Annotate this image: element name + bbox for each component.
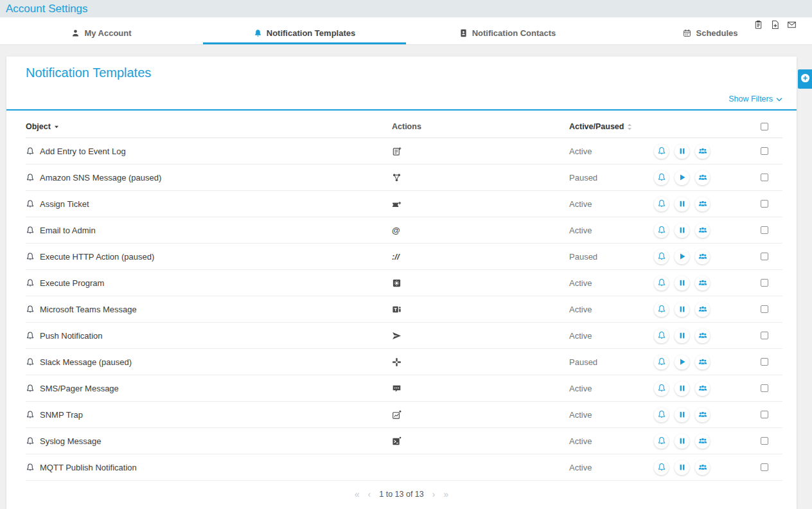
template-name[interactable]: Amazon SNS Message (paused) [40, 173, 161, 183]
test-notification-button[interactable] [654, 249, 669, 264]
contact-card-icon [459, 29, 468, 37]
notification-bell-icon [26, 173, 35, 183]
test-notification-button[interactable] [654, 170, 669, 185]
slack-icon [392, 357, 402, 367]
test-notification-button[interactable] [654, 197, 669, 211]
last-page-icon[interactable]: » [443, 489, 448, 499]
prev-page-icon[interactable]: ‹ [368, 489, 371, 499]
row-checkbox[interactable] [761, 226, 768, 234]
at-sign-icon: @ [392, 226, 400, 235]
template-name[interactable]: SMS/Pager Message [40, 384, 119, 393]
row-checkbox[interactable] [761, 463, 768, 471]
pause-button[interactable] [675, 381, 689, 396]
status-text: Active [569, 410, 654, 420]
used-by-button[interactable] [695, 276, 710, 290]
pause-button[interactable] [675, 302, 689, 317]
status-text: Active [569, 226, 654, 235]
add-template-button[interactable] [798, 69, 812, 89]
page-title: Account Settings [6, 3, 88, 15]
row-checkbox[interactable] [761, 279, 768, 287]
used-by-button[interactable] [695, 328, 710, 343]
pause-button[interactable] [675, 276, 689, 290]
tab-my-account[interactable]: My Account [0, 17, 203, 44]
pause-button[interactable] [675, 223, 689, 238]
notification-bell-icon [26, 278, 35, 288]
test-notification-button[interactable] [654, 381, 669, 396]
table-row: Execute HTTP Action (paused) :// Paused [26, 244, 782, 270]
column-header-status[interactable]: Active/Paused [569, 122, 654, 131]
pagination-label: 1 to 13 of 13 [379, 490, 424, 499]
pause-button[interactable] [675, 434, 689, 449]
row-checkbox[interactable] [761, 358, 768, 366]
test-notification-button[interactable] [654, 407, 669, 422]
row-checkbox[interactable] [761, 147, 768, 155]
resume-button[interactable] [675, 355, 689, 370]
pause-button[interactable] [675, 328, 689, 343]
used-by-button[interactable] [695, 302, 710, 317]
column-header-object[interactable]: Object [26, 122, 385, 131]
template-name[interactable]: Syslog Message [40, 436, 101, 446]
table-row: Syslog Message Active [26, 428, 782, 454]
template-name[interactable]: Assign Ticket [40, 199, 89, 209]
pause-button[interactable] [675, 407, 689, 422]
pause-button[interactable] [675, 144, 689, 159]
row-checkbox[interactable] [761, 437, 768, 445]
tab-notification-templates[interactable]: Notification Templates [203, 17, 406, 44]
used-by-button[interactable] [695, 434, 710, 449]
test-notification-button[interactable] [654, 355, 669, 370]
pause-button[interactable] [675, 197, 689, 211]
status-text: Paused [569, 357, 654, 367]
used-by-button[interactable] [695, 223, 710, 238]
row-checkbox[interactable] [761, 411, 768, 418]
row-checkbox[interactable] [761, 305, 768, 313]
row-checkbox[interactable] [761, 174, 768, 181]
template-name[interactable]: Add Entry to Event Log [40, 147, 126, 156]
test-notification-button[interactable] [654, 434, 669, 449]
show-filters-link[interactable]: Show Filters [728, 94, 782, 103]
template-name[interactable]: MQTT Publish Notification [40, 463, 137, 472]
test-notification-button[interactable] [654, 276, 669, 290]
template-name[interactable]: Push Notification [40, 331, 103, 341]
used-by-button[interactable] [695, 381, 710, 396]
template-name[interactable]: SNMP Trap [40, 410, 83, 420]
clipboard-icon[interactable] [754, 20, 763, 30]
test-notification-button[interactable] [654, 302, 669, 317]
used-by-button[interactable] [695, 249, 710, 264]
envelope-icon[interactable] [787, 20, 797, 30]
status-text: Active [569, 463, 654, 472]
event-log-icon [392, 147, 402, 156]
select-all-checkbox[interactable] [761, 123, 768, 130]
used-by-button[interactable] [695, 197, 710, 211]
row-checkbox[interactable] [761, 332, 768, 339]
test-notification-button[interactable] [654, 460, 669, 475]
plus-circle-icon [800, 73, 810, 85]
used-by-button[interactable] [695, 355, 710, 370]
pause-button[interactable] [675, 460, 689, 475]
row-checkbox[interactable] [761, 384, 768, 392]
test-notification-button[interactable] [654, 328, 669, 343]
used-by-button[interactable] [695, 170, 710, 185]
template-name[interactable]: Email to Admin [40, 226, 96, 235]
snmp-icon [392, 410, 402, 420]
status-text: Active [569, 331, 654, 341]
notification-bell-icon [26, 252, 35, 262]
used-by-button[interactable] [695, 460, 710, 475]
template-name[interactable]: Microsoft Teams Message [40, 305, 137, 314]
tab-notification-contacts[interactable]: Notification Contacts [406, 17, 609, 44]
add-document-icon[interactable] [770, 20, 780, 30]
table-row: Push Notification Active [26, 323, 782, 349]
resume-button[interactable] [675, 170, 689, 185]
template-name[interactable]: Slack Message (paused) [40, 357, 132, 367]
resume-button[interactable] [675, 249, 689, 264]
used-by-button[interactable] [695, 407, 710, 422]
first-page-icon[interactable]: « [355, 489, 360, 499]
test-notification-button[interactable] [654, 144, 669, 159]
row-checkbox[interactable] [761, 253, 768, 260]
row-checkbox[interactable] [761, 200, 768, 208]
template-name[interactable]: Execute HTTP Action (paused) [40, 252, 154, 262]
template-name[interactable]: Execute Program [40, 278, 104, 288]
syslog-icon [392, 436, 402, 446]
next-page-icon[interactable]: › [432, 489, 436, 499]
used-by-button[interactable] [695, 144, 710, 159]
test-notification-button[interactable] [654, 223, 669, 238]
